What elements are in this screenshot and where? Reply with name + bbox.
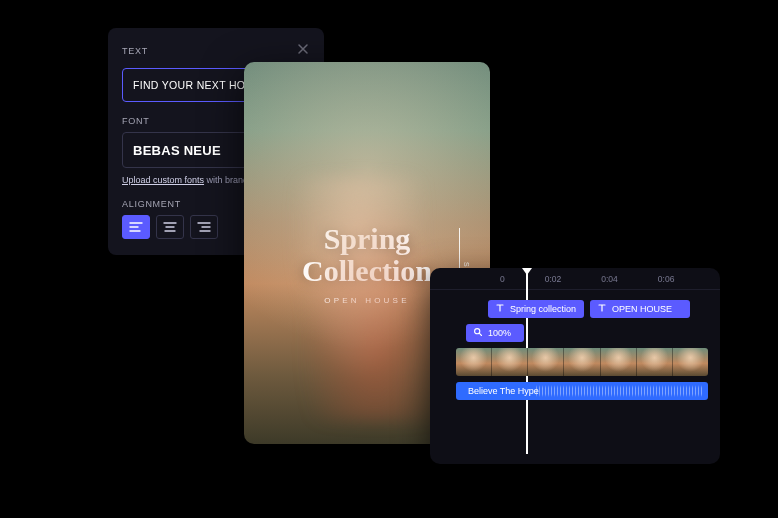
- text-clip-open-house[interactable]: OPEN HOUSE: [590, 300, 690, 318]
- video-thumb: [637, 348, 673, 376]
- preview-title: Spring Collection: [302, 223, 432, 286]
- ruler-tick: 0:06: [658, 274, 675, 284]
- timeline-ruler[interactable]: 0 0:02 0:04 0:06: [430, 268, 720, 290]
- preview-title-line1: Spring: [324, 222, 411, 255]
- zoom-clip[interactable]: 100%: [466, 324, 524, 342]
- preview-title-line2: Collection: [302, 254, 432, 287]
- align-left-button[interactable]: [122, 215, 150, 239]
- text-section-label: TEXT: [122, 46, 148, 56]
- video-thumb: [528, 348, 564, 376]
- timeline-panel: 0 0:02 0:04 0:06 Spring collection OPEN …: [430, 268, 720, 464]
- video-thumb: [564, 348, 600, 376]
- align-right-button[interactable]: [190, 215, 218, 239]
- close-icon[interactable]: [296, 42, 310, 60]
- upload-custom-fonts-link[interactable]: Upload custom fonts: [122, 175, 204, 185]
- video-clip[interactable]: [456, 348, 708, 376]
- clip-label: Spring collection: [510, 304, 576, 314]
- video-thumb: [456, 348, 492, 376]
- text-icon: [597, 303, 607, 315]
- video-thumb: [673, 348, 708, 376]
- timeline-tracks: Spring collection OPEN HOUSE 100% Be: [430, 290, 720, 410]
- clip-label: Believe The Hype: [468, 386, 539, 396]
- video-thumb: [492, 348, 528, 376]
- text-clip-spring-collection[interactable]: Spring collection: [488, 300, 584, 318]
- align-center-button[interactable]: [156, 215, 184, 239]
- ruler-tick: 0:04: [601, 274, 618, 284]
- ruler-tick: 0:02: [545, 274, 562, 284]
- audio-waveform: [536, 385, 702, 397]
- ruler-tick: 0: [500, 274, 505, 284]
- font-name-value: BEBAS NEUE: [133, 143, 221, 158]
- video-thumb: [601, 348, 637, 376]
- clip-label: 100%: [488, 328, 511, 338]
- text-icon: [495, 303, 505, 315]
- clip-label: OPEN HOUSE: [612, 304, 672, 314]
- audio-clip[interactable]: Believe The Hype: [456, 382, 708, 400]
- preview-subtitle: OPEN HOUSE: [324, 296, 409, 305]
- zoom-icon: [473, 327, 483, 339]
